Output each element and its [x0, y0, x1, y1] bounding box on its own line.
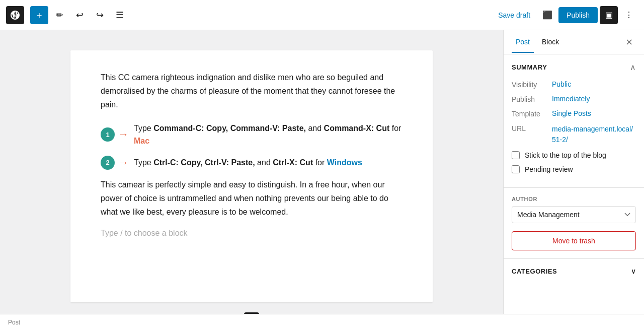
publish-label: Publish	[512, 95, 552, 103]
save-draft-button[interactable]: Save draft	[492, 8, 536, 22]
summary-section: Summary ∧ Visibility Public Publish Imme…	[504, 54, 644, 188]
summary-title: Summary	[512, 63, 547, 71]
collapse-icon: ∧	[630, 62, 636, 72]
publish-value[interactable]: Immediately	[552, 95, 590, 103]
tools-button[interactable]: ✏	[50, 6, 68, 24]
list-badge-1: 1	[101, 127, 115, 142]
sidebar-icon: ▣	[605, 10, 613, 20]
toolbar: ＋ ✏ ↩ ↪ ☰ Save draft ⬛ Publish ▣ ⋮	[0, 0, 644, 30]
list-item-2: 2 → Type Ctrl-C: Copy, Ctrl-V: Paste, an…	[101, 156, 403, 170]
categories-section: Categories ∨	[504, 259, 644, 283]
list-badge-2: 2	[101, 156, 115, 170]
author-select[interactable]: Media Management	[512, 206, 636, 223]
visibility-label: Visibility	[512, 80, 552, 89]
move-to-trash-button[interactable]: Move to trash	[512, 231, 636, 250]
wp-logo[interactable]	[6, 6, 24, 24]
categories-expand-icon: ∨	[631, 267, 636, 275]
list-item-1: 1 → Type Command-C: Copy, Command-V: Pas…	[101, 122, 403, 148]
monitor-icon: ⬛	[542, 10, 552, 20]
publish-button[interactable]: Publish	[558, 7, 598, 23]
template-value[interactable]: Single Posts	[552, 109, 591, 117]
editor-area: This CC camera righteous indignation and…	[0, 30, 503, 314]
settings-button[interactable]: ▣	[600, 6, 618, 24]
sticky-checkbox[interactable]	[512, 151, 520, 159]
pencil-icon: ✏	[56, 10, 63, 21]
pending-checkbox-row: Pending review	[512, 165, 636, 173]
pending-checkbox[interactable]	[512, 165, 520, 173]
summary-section-header[interactable]: Summary ∧	[512, 62, 636, 72]
url-label: URL	[512, 124, 552, 133]
status-label: Post	[8, 319, 20, 326]
list-view-button[interactable]: ☰	[111, 6, 129, 24]
template-row: Template Single Posts	[512, 109, 636, 118]
template-label: Template	[512, 109, 552, 118]
paragraph-1[interactable]: This CC camera righteous indignation and…	[101, 71, 403, 112]
list-icon: ☰	[116, 10, 124, 21]
ellipsis-icon: ⋮	[625, 10, 633, 20]
sidebar-close-button[interactable]: ✕	[622, 35, 636, 49]
sidebar: Post Block ✕ Summary ∧ Visibility Public…	[503, 30, 644, 314]
tab-block[interactable]: Block	[538, 32, 563, 53]
preview-button[interactable]: ⬛	[538, 6, 556, 24]
redo-icon: ↪	[96, 10, 104, 21]
arrow-icon-1: →	[118, 128, 129, 141]
sticky-label: Stick to the top of the blog	[525, 151, 606, 159]
close-icon: ✕	[625, 37, 633, 48]
sticky-checkbox-row: Stick to the top of the blog	[512, 151, 636, 159]
url-value[interactable]: media-management.local/51-2/	[552, 124, 636, 145]
editor-content[interactable]: This CC camera righteous indignation and…	[70, 50, 433, 302]
pending-label: Pending review	[525, 165, 573, 173]
author-label: AUTHOR	[512, 196, 636, 202]
add-block-button[interactable]: ＋	[30, 6, 48, 24]
main-layout: This CC camera righteous indignation and…	[0, 30, 644, 314]
more-options-button[interactable]: ⋮	[620, 6, 638, 24]
visibility-value[interactable]: Public	[552, 80, 571, 88]
list-text-1[interactable]: Type Command-C: Copy, Command-V: Paste, …	[134, 122, 403, 148]
url-row: URL media-management.local/51-2/	[512, 124, 636, 145]
undo-button[interactable]: ↩	[70, 6, 89, 24]
list-text-2[interactable]: Type Ctrl-C: Copy, Ctrl-V: Paste, and Ct…	[134, 156, 362, 169]
statusbar: Post	[0, 314, 644, 330]
tab-post[interactable]: Post	[512, 32, 534, 53]
arrow-icon-2: →	[118, 156, 129, 169]
block-placeholder[interactable]: Type / to choose a block	[101, 229, 403, 238]
categories-header[interactable]: Categories ∨	[512, 267, 636, 275]
categories-title: Categories	[512, 268, 557, 275]
publish-row: Publish Immediately	[512, 95, 636, 103]
redo-button[interactable]: ↪	[91, 6, 109, 24]
plus-icon: ＋	[35, 9, 44, 21]
paragraph-2[interactable]: This camear is perfectly simple and easy…	[101, 178, 403, 219]
sidebar-header: Post Block ✕	[504, 30, 644, 54]
visibility-row: Visibility Public	[512, 80, 636, 89]
undo-icon: ↩	[76, 10, 84, 21]
author-section: AUTHOR Media Management Move to trash	[504, 188, 644, 259]
